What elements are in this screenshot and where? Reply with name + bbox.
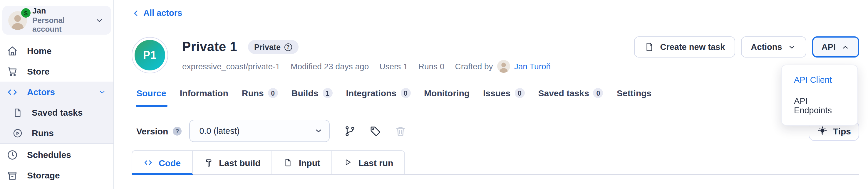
git-branch-button[interactable]	[344, 125, 356, 137]
sidebar-item-schedules[interactable]: Schedules	[0, 144, 114, 165]
sidebar-item-actors[interactable]: Actors	[0, 82, 114, 102]
tab-label: Source	[136, 88, 166, 98]
tab-integrations[interactable]: Integrations 0	[346, 88, 410, 106]
sidebar-item-label: Actors	[27, 87, 55, 97]
visibility-badge: Private ?	[248, 40, 298, 54]
subtab-input[interactable]: Input	[272, 150, 332, 174]
tab-builds[interactable]: Builds 1	[291, 88, 333, 106]
tab-information[interactable]: Information	[180, 88, 228, 106]
play-icon	[343, 158, 353, 167]
subtab-last-run[interactable]: Last run	[332, 150, 405, 174]
account-type: Personal account	[32, 17, 89, 34]
delete-version-button[interactable]	[394, 125, 407, 137]
tab-label: Issues	[483, 88, 510, 98]
account-switcher[interactable]: $ Jan Personal account	[2, 6, 111, 35]
account-name: Jan	[32, 6, 89, 15]
tab-count-badge: 1	[322, 88, 332, 98]
chevron-down-icon	[307, 120, 329, 142]
version-row: Version ? 0.0 (latest)	[132, 120, 859, 142]
chevron-up-icon	[841, 43, 850, 51]
actor-title-block: Private 1 Private ? expressive_coast/pri…	[182, 39, 551, 73]
subtab-label: Input	[299, 158, 320, 167]
document-icon	[644, 42, 655, 52]
subtab-code[interactable]: Code	[132, 150, 192, 174]
tab-count-badge: 0	[515, 88, 525, 98]
actor-meta: expressive_coast/private-1 Modified 23 d…	[182, 60, 551, 73]
tab-label: Monitoring	[424, 88, 470, 98]
crafted-by-label: Crafted by	[455, 62, 493, 71]
actor-runs-count: Runs 0	[418, 62, 444, 71]
chevron-down-icon	[787, 43, 796, 51]
api-label: API	[822, 42, 836, 52]
tab-saved-tasks[interactable]: Saved tasks 0	[538, 88, 603, 106]
apify-console: $ Jan Personal account Home Store	[0, 0, 868, 189]
version-select[interactable]: 0.0 (latest)	[189, 120, 330, 142]
actions-dropdown-button[interactable]: Actions	[741, 36, 806, 58]
sidebar-item-label: Runs	[32, 128, 54, 138]
tab-label: Settings	[617, 88, 651, 98]
actor-avatar: P1	[132, 37, 168, 73]
chevron-down-icon[interactable]	[98, 88, 106, 96]
tab-label: Builds	[291, 88, 318, 98]
tab-label: Runs	[242, 88, 264, 98]
sidebar-item-saved-tasks[interactable]: Saved tasks	[0, 102, 114, 123]
main-content: All actors P1 Private 1 Private ? expres…	[114, 0, 868, 189]
clock-icon	[6, 149, 18, 160]
tab-label: Saved tasks	[538, 88, 589, 98]
archive-box-icon	[6, 169, 18, 181]
crafted-by: Crafted by Jan Turoň	[455, 60, 551, 73]
visibility-badge-label: Private	[254, 43, 281, 51]
tab-monitoring[interactable]: Monitoring	[424, 88, 470, 106]
breadcrumb-label: All actors	[144, 8, 182, 17]
api-dropdown-menu: API Client API Endpoints	[781, 65, 858, 126]
create-new-task-button[interactable]: Create new task	[634, 36, 735, 58]
source-subtabs: Code Last build Input	[132, 150, 859, 175]
author-link[interactable]: Jan Turoň	[514, 62, 551, 71]
tag-button[interactable]	[369, 125, 381, 137]
actor-tabs: Source Information Runs 0 Builds 1 Integ…	[132, 88, 859, 106]
subtab-label: Last run	[359, 158, 393, 167]
sidebar-item-store[interactable]: Store	[0, 61, 114, 82]
sidebar-item-label: Storage	[27, 170, 60, 180]
actor-modified: Modified 23 days ago	[290, 62, 369, 71]
tab-count-badge: 0	[401, 88, 410, 98]
actions-label: Actions	[751, 42, 782, 52]
tab-count-badge: 0	[268, 88, 278, 98]
actor-avatar-initials: P1	[134, 40, 165, 70]
actor-path: expressive_coast/private-1	[182, 62, 280, 71]
code-brackets-icon	[6, 86, 18, 98]
tab-label: Information	[180, 88, 228, 98]
sidebar-item-home[interactable]: Home	[0, 40, 114, 61]
subtab-label: Last build	[219, 158, 260, 167]
sidebar: $ Jan Personal account Home Store	[0, 0, 114, 189]
document-icon	[12, 107, 23, 118]
help-question-icon[interactable]: ?	[173, 126, 182, 135]
tab-runs[interactable]: Runs 0	[242, 88, 278, 106]
actor-header: P1 Private 1 Private ? expressive_coast/…	[132, 35, 859, 73]
tab-issues[interactable]: Issues 0	[483, 88, 525, 106]
subtab-last-build[interactable]: Last build	[192, 150, 272, 174]
sidebar-item-label: Home	[27, 46, 52, 56]
sidebar-actors-group: Actors Saved tasks Runs	[0, 82, 114, 144]
menu-item-api-client[interactable]: API Client	[782, 69, 858, 90]
document-icon	[284, 158, 293, 167]
menu-item-api-endpoints[interactable]: API Endpoints	[782, 90, 858, 121]
code-brackets-icon	[144, 158, 153, 167]
cart-icon	[6, 66, 18, 77]
tab-settings[interactable]: Settings	[617, 88, 651, 106]
header-actions: Create new task Actions API	[634, 36, 859, 58]
page-title: Private 1	[182, 39, 237, 54]
tab-label: Integrations	[346, 88, 396, 98]
lightbulb-icon	[817, 125, 828, 137]
api-dropdown-button[interactable]: API	[812, 36, 859, 58]
sidebar-item-runs[interactable]: Runs	[0, 123, 114, 143]
tips-label: Tips	[833, 126, 851, 136]
home-icon	[6, 45, 18, 56]
sidebar-item-storage[interactable]: Storage	[0, 165, 114, 186]
actor-users-count: Users 1	[379, 62, 408, 71]
help-question-icon[interactable]: ?	[284, 43, 292, 51]
tab-source[interactable]: Source	[136, 88, 166, 106]
breadcrumb-back-link[interactable]: All actors	[132, 8, 182, 17]
sidebar-item-label: Saved tasks	[32, 107, 83, 117]
version-label: Version	[136, 126, 168, 136]
